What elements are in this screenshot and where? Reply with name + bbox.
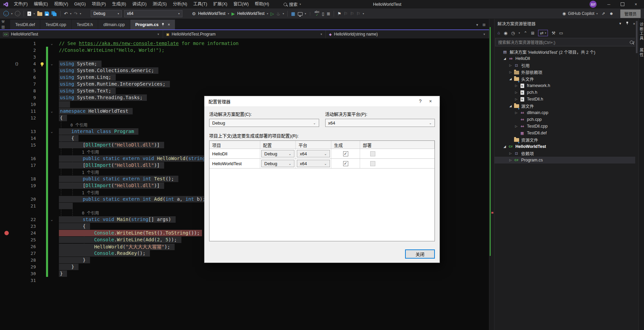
- breakpoint-indicator[interactable]: [4, 231, 9, 235]
- tree-item-外部依赖项[interactable]: ▷外部依赖项: [494, 69, 638, 75]
- tree-item-pch.h[interactable]: ▷pch.h: [494, 89, 638, 96]
- editor-scrollbar[interactable]: [489, 19, 494, 330]
- expander-icon[interactable]: ▷: [514, 111, 519, 114]
- bookmark-next-icon[interactable]: ⚐: [350, 11, 354, 16]
- code-text[interactable]: using System.Runtime.InteropServices;: [55, 81, 170, 87]
- start-without-debugging-button[interactable]: ▷: [271, 11, 274, 16]
- expander-icon[interactable]: ▷: [514, 91, 519, 94]
- tree-item-TestDll.h[interactable]: ▷TestDll.h: [494, 96, 638, 103]
- code-text[interactable]: Console.ReadKey();: [55, 250, 150, 256]
- close-tab-icon[interactable]: ×: [168, 22, 170, 27]
- tree-item-依赖项[interactable]: ▷⊡依赖项: [494, 150, 638, 157]
- share-icon[interactable]: ⇗: [602, 11, 605, 16]
- expander-icon[interactable]: ▷: [514, 84, 519, 87]
- navigate-backward-cursor-icon[interactable]: ▯: [322, 11, 324, 16]
- tree-scrollbar[interactable]: [635, 19, 638, 330]
- minimize-button[interactable]: ─: [603, 0, 615, 8]
- open-documents-caret-icon[interactable]: ▾: [476, 23, 478, 27]
- code-text[interactable]: }: [55, 264, 79, 269]
- expander-icon[interactable]: ▷: [514, 97, 519, 101]
- tree-item-HelloWorldTest[interactable]: ◢C#HelloWorldTest: [494, 143, 638, 150]
- redo-button[interactable]: ↷: [74, 11, 77, 16]
- breadcrumb-item-2[interactable]: ◆HelloWorld(string name)▼: [326, 30, 489, 38]
- startup-project-gear-icon[interactable]: ⚙: [192, 11, 196, 16]
- code-text[interactable]: [55, 102, 70, 107]
- code-suggestion-icon[interactable]: {}: [15, 62, 18, 66]
- menu-item-11[interactable]: 窗口(W): [230, 0, 252, 8]
- build-checkbox[interactable]: ✓: [343, 151, 348, 156]
- tree-item-pch.cpp[interactable]: ++pch.cpp: [494, 116, 638, 123]
- menu-item-4[interactable]: 项目(P): [89, 0, 109, 8]
- side-tab-属性[interactable]: 属性: [639, 48, 644, 57]
- expander-icon[interactable]: ▷: [514, 125, 519, 128]
- bookmark-toggle-icon[interactable]: ⚑: [337, 11, 341, 16]
- row-platform-dropdown[interactable]: x64⌄: [297, 160, 330, 167]
- code-text[interactable]: Console.WriteLine(Test().ToString());: [55, 230, 202, 236]
- code-text[interactable]: using System.Threading.Tasks;: [55, 95, 147, 100]
- bookmark-prev-icon[interactable]: ⚐: [344, 11, 348, 16]
- fold-toggle-icon[interactable]: ⌄: [48, 42, 55, 45]
- nav-back-caret[interactable]: ▾: [11, 12, 13, 15]
- tree-item-头文件[interactable]: ◢▼头文件: [494, 75, 638, 82]
- tree-item-framework.h[interactable]: ▷framework.h: [494, 82, 638, 89]
- startup-project-caret[interactable]: ▾: [228, 12, 229, 15]
- solution-explorer-views-icon[interactable]: ▦: [291, 11, 295, 16]
- new-project-caret[interactable]: ▾: [34, 12, 35, 15]
- editor-tab-dllmain.cpp[interactable]: dllmain.cpp: [98, 20, 130, 29]
- menu-item-12[interactable]: 帮助(H): [252, 0, 272, 8]
- start-debugging-button[interactable]: ▶: [231, 11, 235, 16]
- codelens-references[interactable]: 0 个引用: [82, 210, 99, 216]
- spell-checker-icon[interactable]: abc✓: [315, 10, 320, 17]
- row-config-dropdown[interactable]: Debug⌄: [261, 160, 294, 167]
- breadcrumb-item-0[interactable]: C#HelloWorldTest▼: [0, 30, 163, 38]
- properties-icon[interactable]: ⊞: [531, 30, 534, 36]
- editor-tab-TestDll.h[interactable]: TestDll.h: [72, 20, 98, 29]
- compile-icon[interactable]: ◉: [504, 30, 508, 36]
- active-config-dropdown[interactable]: Debug⌄: [209, 119, 319, 127]
- pin-tab-icon[interactable]: [161, 23, 164, 26]
- startup-project-label[interactable]: HelloWorldTest: [198, 11, 225, 16]
- code-text[interactable]: using System.Linq;: [55, 74, 116, 80]
- lightbulb-icon[interactable]: [41, 62, 44, 65]
- menu-item-6[interactable]: 调试(D): [129, 0, 150, 8]
- show-all-files-icon[interactable]: ▭: [559, 30, 563, 36]
- github-copilot-button[interactable]: ◉ GitHub Copilot ▾: [562, 11, 598, 16]
- code-text[interactable]: {: [55, 115, 67, 120]
- build-checkbox[interactable]: ✓: [343, 161, 348, 166]
- wrench-icon[interactable]: ⚒: [552, 30, 555, 36]
- fold-toggle-icon[interactable]: ⌄: [48, 218, 55, 221]
- feedback-icon[interactable]: ☻: [609, 11, 614, 16]
- server-explorer-icon[interactable]: ▥: [1, 25, 5, 29]
- menu-item-9[interactable]: 工具(T): [190, 0, 210, 8]
- tree-item-资源文件[interactable]: ▼资源文件: [494, 136, 638, 143]
- tree-item-TestDll.cpp[interactable]: ▷++TestDll.cpp: [494, 123, 638, 130]
- code-text[interactable]: static void Main(string[] args): [55, 217, 176, 222]
- views-caret[interactable]: ▾: [305, 12, 306, 15]
- expander-icon[interactable]: ▷: [508, 158, 513, 162]
- code-text[interactable]: HelloWorld("大大大大大猩猩");: [55, 243, 175, 250]
- solution-platform-dropdown[interactable]: x64▾: [124, 10, 182, 17]
- restore-button[interactable]: [616, 0, 628, 8]
- code-text[interactable]: // See https://aka.ms/new-console-templa…: [55, 41, 239, 46]
- editor-tab-Program.cs[interactable]: Program.cs×: [130, 20, 175, 29]
- run-target-caret[interactable]: ▾: [267, 12, 268, 15]
- fold-toggle-icon[interactable]: ⌄: [48, 62, 55, 66]
- redo-caret[interactable]: ▾: [80, 12, 81, 15]
- hot-reload-caret[interactable]: ▾: [283, 12, 284, 15]
- code-text[interactable]: [55, 203, 73, 208]
- preview-changes-icon[interactable]: [298, 12, 303, 16]
- search-control[interactable]: 搜索 ▾: [281, 0, 304, 8]
- codelens-references[interactable]: 0 个引用: [70, 122, 87, 128]
- dialog-close-icon[interactable]: ×: [425, 98, 436, 104]
- expander-icon[interactable]: ▷: [508, 64, 513, 67]
- editor-options-icon[interactable]: ⊞: [483, 23, 486, 27]
- open-file-icon[interactable]: [37, 12, 42, 16]
- dialog-help-button[interactable]: ?: [415, 98, 425, 104]
- menu-item-10[interactable]: 扩展(X): [210, 0, 230, 8]
- expander-icon[interactable]: ◢: [502, 57, 507, 60]
- toolbox-icon[interactable]: ⚒: [1, 20, 5, 24]
- fold-toggle-icon[interactable]: ⌄: [48, 130, 55, 133]
- fold-toggle-icon[interactable]: ⌄: [48, 109, 55, 113]
- pending-changes-filter-icon-caret[interactable]: ▾: [518, 31, 520, 35]
- code-text[interactable]: //Console.WriteLine("Hello, World!");: [55, 47, 164, 53]
